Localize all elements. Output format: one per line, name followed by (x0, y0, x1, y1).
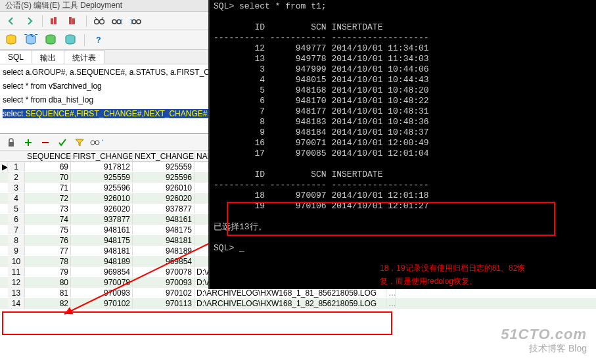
check-icon[interactable] (55, 135, 70, 150)
cell-next-change: 948189 (133, 246, 195, 256)
cell-sequence: 71 (25, 183, 71, 193)
row-number: 7 (8, 225, 25, 235)
svg-point-4 (95, 19, 99, 24)
svg-rect-2 (69, 17, 72, 24)
binoculars-left-icon[interactable] (110, 14, 125, 28)
cell-more[interactable]: … (386, 288, 396, 298)
svg-rect-1 (54, 17, 57, 24)
plus-icon[interactable] (21, 135, 35, 150)
cell-first-change: 969854 (71, 267, 133, 277)
cell-first-change: 970093 (71, 288, 133, 298)
stack-right-icon[interactable] (66, 14, 81, 28)
cell-more[interactable]: … (386, 299, 396, 308)
help-button[interactable]: ? (91, 33, 106, 47)
row-marker: ▶ (0, 162, 8, 171)
row-number: 12 (8, 278, 25, 287)
row-number: 11 (8, 267, 25, 277)
binoculars-icon[interactable] (92, 14, 106, 28)
cell-next-change: 948181 (133, 236, 195, 245)
row-number: 1 (8, 162, 25, 171)
cell-next-change: 925596 (133, 173, 195, 182)
annotation-text: 18，19记录没有使用归档日志的81、82恢 复，而是使用redolog恢复。 (380, 262, 590, 288)
query-icon[interactable]: ? (89, 135, 104, 150)
menubar-text: 公语(S) 编辑(E) 工具 Deployment (5, 0, 122, 11)
row-number: 13 (8, 288, 25, 298)
cell-sequence: 74 (25, 215, 71, 224)
cell-first-change: 970078 (71, 278, 133, 287)
stack-left-icon[interactable] (48, 14, 62, 28)
db-yellow-icon[interactable] (4, 33, 18, 47)
cell-first-change: 926020 (71, 204, 133, 214)
watermark: 51CTO.com 技术博客 Blog (501, 326, 587, 355)
col-next-change[interactable]: NEXT_CHANGE# (133, 152, 195, 161)
row-number: 4 (8, 194, 25, 203)
filter-icon[interactable] (72, 135, 87, 150)
nav-back-btn[interactable] (4, 14, 18, 28)
row-number: 9 (8, 246, 25, 256)
svg-rect-0 (51, 18, 53, 24)
nav-fwd-btn[interactable] (22, 14, 37, 28)
cell-first-change: 948189 (71, 257, 133, 266)
db-cyan-icon[interactable] (63, 33, 78, 47)
separator (84, 34, 85, 46)
col-sequence[interactable]: SEQUENCE# (25, 152, 71, 161)
lock-icon[interactable] (4, 135, 18, 150)
row-number: 2 (8, 173, 25, 182)
tab-output[interactable]: 输出 (32, 50, 64, 64)
db-green-icon[interactable] (43, 33, 58, 47)
cell-next-change: 970113 (133, 299, 195, 308)
cell-first-change: 937877 (71, 215, 133, 224)
cell-next-change: 970078 (133, 267, 195, 277)
cell-sequence: 81 (25, 288, 71, 298)
cell-sequence: 73 (25, 204, 71, 214)
svg-text:SQL: SQL (24, 34, 37, 37)
row-number: 5 (8, 204, 25, 214)
minus-icon[interactable] (38, 135, 53, 150)
row-number: 3 (8, 183, 25, 193)
binoculars-right-icon[interactable] (129, 14, 143, 28)
table-row[interactable]: 1381970093970102D:\ARCHIVELOG\HXW168_1_8… (0, 288, 596, 298)
row-number: 10 (8, 257, 25, 266)
cell-sequence: 78 (25, 257, 71, 266)
svg-point-17 (95, 141, 99, 145)
cell-first-change: 925559 (71, 173, 133, 182)
terminal[interactable]: SQL> select * from t1; ID SCN INSERTDATE… (208, 0, 596, 289)
table-row[interactable]: 1482970102970113D:\ARCHIVELOG\HXW168_1_8… (0, 298, 596, 309)
tab-sql[interactable]: SQL (0, 50, 32, 64)
cell-next-change: 925559 (133, 162, 195, 171)
cell-first-change: 948161 (71, 225, 133, 235)
cell-next-change: 970102 (133, 288, 195, 298)
cell-next-change: 926020 (133, 194, 195, 203)
svg-rect-15 (9, 142, 14, 147)
cell-first-change: 917812 (71, 162, 133, 171)
cell-next-change: 970093 (133, 278, 195, 287)
cell-next-change: 937877 (133, 204, 195, 214)
cell-next-change: 926010 (133, 183, 195, 193)
cell-next-change: 948175 (133, 225, 195, 235)
tab-stats[interactable]: 统计表 (64, 50, 104, 64)
row-number: 6 (8, 215, 25, 224)
highlight-grid-rows (2, 311, 392, 335)
db-sql-icon[interactable]: SQL (24, 33, 38, 47)
cell-next-change: 969854 (133, 257, 195, 266)
cell-first-change: 970102 (71, 299, 133, 308)
cell-sequence: 80 (25, 278, 71, 287)
separator (86, 15, 87, 27)
row-number: 14 (8, 299, 25, 308)
svg-point-5 (100, 19, 104, 24)
cell-first-change: 948175 (71, 236, 133, 245)
col-first-change[interactable]: FIRST_CHANGE# (71, 152, 133, 161)
cell-sequence: 82 (25, 299, 71, 308)
cell-sequence: 72 (25, 194, 71, 203)
svg-rect-3 (72, 18, 75, 24)
cell-name: D:\ARCHIVELOG\HXW168_1_81_856218059.LOG (195, 288, 386, 298)
cell-sequence: 69 (25, 162, 71, 171)
separator (42, 15, 43, 27)
cell-sequence: 70 (25, 173, 71, 182)
cell-first-change: 926010 (71, 194, 133, 203)
svg-point-16 (91, 141, 95, 145)
cell-name: D:\ARCHIVELOG\HXW168_1_82_856218059.LOG (195, 299, 386, 308)
cell-sequence: 76 (25, 236, 71, 245)
cell-first-change: 925596 (71, 183, 133, 193)
cell-sequence: 77 (25, 246, 71, 256)
